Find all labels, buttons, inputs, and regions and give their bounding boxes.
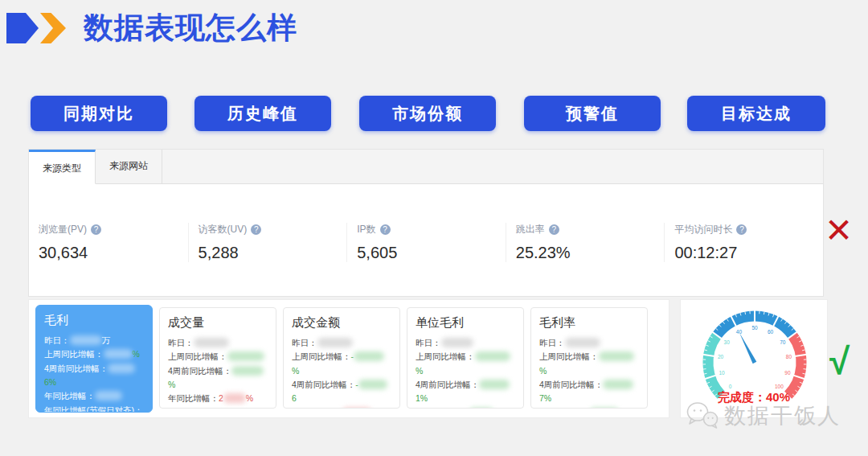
kpi-cards-panel: 毛利 昨日：万 上周同比增幅：% 4周前同比增幅：6% 年同比增幅： 年同比增幅…: [28, 299, 669, 418]
title-arrow-chevron-icon: [40, 13, 66, 43]
card-stat-row: 昨日：: [416, 336, 515, 350]
redacted-value: [317, 338, 353, 347]
help-icon[interactable]: ?: [736, 224, 747, 235]
check-mark: √: [829, 339, 850, 383]
button-goal-achievement[interactable]: 目标达成: [687, 96, 825, 131]
card-volume[interactable]: 成交量 昨日： 上周同比增幅： 4周前同比增幅：% 年同比增幅：2% 年同比增幅…: [159, 307, 276, 409]
card-stat-row: 年同比增幅：: [44, 389, 144, 403]
redacted-value: [469, 408, 493, 409]
metric-value: 00:12:27: [674, 244, 823, 262]
reject-x-mark: ✕: [825, 211, 853, 250]
card-stat-row: 昨日：: [539, 336, 639, 350]
card-title: 单位毛利: [416, 315, 515, 331]
redacted-value: [223, 393, 246, 403]
metric-uv: 访客数(UV)? 5,288: [188, 223, 347, 262]
watermark: 数据干饭人: [685, 401, 841, 431]
help-icon[interactable]: ?: [380, 224, 391, 235]
redacted-value: [479, 380, 510, 389]
metric-pv: 浏览量(PV)? 30,634: [29, 223, 188, 262]
help-icon[interactable]: ?: [251, 224, 261, 235]
card-stat-row: 年同比增幅：2%: [168, 392, 268, 405]
redacted-value: [354, 351, 384, 361]
button-same-period-compare[interactable]: 同期对比: [31, 96, 167, 131]
redacted-value: [108, 364, 135, 373]
tab-source-website[interactable]: 来源网站: [96, 150, 162, 184]
redacted-value: [70, 335, 102, 345]
card-title: 成交量: [168, 315, 268, 331]
redacted-value: [95, 391, 122, 401]
svg-text:60: 60: [768, 329, 774, 335]
card-stat-row: 昨日：万: [44, 334, 144, 347]
redacted-value: [599, 351, 634, 361]
redacted-value: [441, 338, 473, 347]
svg-text:50: 50: [751, 325, 758, 331]
metric-ip: IP数? 5,605: [346, 223, 506, 262]
metric-value: 5,288: [199, 244, 347, 262]
metrics-row: 浏览量(PV)? 30,634 访客数(UV)? 5,288 IP数? 5,60…: [29, 223, 823, 262]
page-title: 数据表现怎么样: [84, 8, 297, 48]
card-stat-row: 4周前同比增幅：1%: [416, 378, 515, 406]
redacted-value: [358, 380, 387, 389]
metric-label: IP数: [357, 223, 375, 236]
page-header: 数据表现怎么样: [6, 12, 297, 44]
svg-text:100: 100: [775, 384, 784, 389]
card-stat-row: 年同比增幅：-%: [416, 406, 515, 409]
svg-text:70: 70: [780, 339, 786, 345]
metric-value: 25.23%: [516, 244, 665, 262]
card-transaction-amount[interactable]: 成交金额 昨日： 上周同比增幅：-% 4周前同比增幅：-6 年同比增幅： 年同比…: [283, 307, 400, 409]
metric-bounce-rate: 跳出率? 25.23%: [506, 223, 665, 262]
button-historical-peak[interactable]: 历史峰值: [194, 96, 331, 131]
metric-avg-visit-duration: 平均访问时长? 00:12:27: [664, 223, 823, 262]
tab-bar: 来源类型 来源网站: [29, 150, 823, 184]
card-stat-row: 4周前同比增幅：6%: [44, 362, 144, 390]
traffic-source-panel: 来源类型 来源网站 浏览量(PV)? 30,634 访客数(UV)? 5,288…: [28, 149, 824, 297]
svg-text:30: 30: [724, 339, 731, 345]
card-stat-row: 4周前同比增幅：-6: [292, 378, 391, 406]
svg-text:20: 20: [718, 354, 724, 359]
redacted-value: [194, 338, 229, 347]
metric-value: 30,634: [39, 244, 188, 262]
svg-text:10: 10: [719, 370, 725, 376]
svg-text:80: 80: [786, 354, 792, 359]
card-stat-row: 昨日：: [292, 336, 391, 350]
redacted-value: [603, 380, 633, 389]
card-stat-row: 上周同比增幅：-%: [292, 350, 391, 378]
card-stat-row: 昨日：: [168, 336, 268, 350]
card-stat-row: 年同比增幅：: [292, 406, 391, 409]
card-stat-row: 年同比增幅：%: [539, 406, 639, 409]
redacted-value: [590, 408, 619, 409]
card-stat-row: 年同比增幅(节假日对齐)：: [44, 404, 144, 413]
metric-label: 浏览量(PV): [39, 223, 87, 236]
button-market-share[interactable]: 市场份额: [359, 96, 496, 131]
title-arrow-pentagon-icon: [6, 13, 39, 43]
redacted-value: [104, 349, 133, 359]
card-stat-row: 4周前同比增幅：7%: [539, 378, 639, 406]
slide-canvas: 数据表现怎么样 同期对比 历史峰值 市场份额 预警值 目标达成 来源类型 来源网…: [0, 0, 868, 456]
wechat-icon: [685, 401, 720, 431]
button-warning-value[interactable]: 预警值: [524, 96, 661, 131]
card-unit-gross-profit[interactable]: 单位毛利 昨日： 上周同比增幅：% 4周前同比增幅：1% 年同比增幅：-% 年同…: [407, 307, 524, 409]
card-stat-row: 上周同比增幅：%: [416, 350, 515, 378]
metric-value: 5,605: [357, 244, 506, 262]
card-stat-row: 年同比增幅(节假日对齐)：: [168, 406, 268, 409]
card-title: 毛利: [44, 313, 144, 328]
metric-label: 跳出率: [516, 223, 545, 236]
redacted-value: [342, 408, 371, 409]
card-stat-row: 上周同比增幅：%: [44, 347, 144, 361]
redacted-value: [475, 351, 510, 361]
card-gross-margin[interactable]: 毛利率 昨日： 上周同比增幅：% 4周前同比增幅：7% 年同比增幅：% 年同比增…: [530, 307, 648, 409]
svg-text:0: 0: [729, 384, 732, 389]
svg-text:40: 40: [736, 329, 743, 335]
help-icon[interactable]: ?: [549, 224, 559, 235]
tab-source-type[interactable]: 来源类型: [29, 150, 96, 184]
svg-text:90: 90: [784, 370, 791, 376]
card-title: 毛利率: [539, 315, 639, 331]
help-icon[interactable]: ?: [91, 224, 101, 235]
redacted-value: [565, 338, 600, 347]
card-gross-profit[interactable]: 毛利 昨日：万 上周同比增幅：% 4周前同比增幅：6% 年同比增幅： 年同比增幅…: [35, 305, 153, 413]
card-title: 成交金额: [292, 315, 391, 331]
card-stat-row: 4周前同比增幅：%: [168, 364, 268, 392]
redacted-value: [231, 366, 264, 376]
watermark-text: 数据干饭人: [724, 401, 841, 430]
redacted-value: [227, 351, 264, 361]
